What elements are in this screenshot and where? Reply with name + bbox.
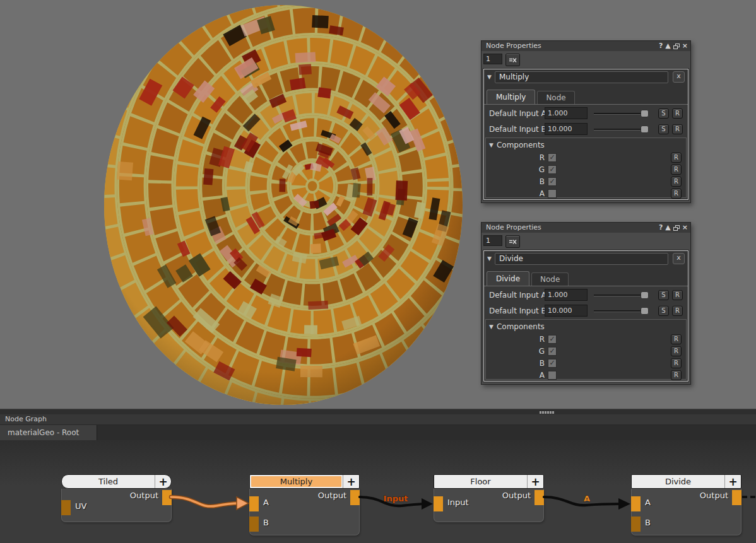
value-slider[interactable] — [594, 126, 649, 133]
slider-track[interactable] — [594, 129, 647, 131]
collapse-icon[interactable]: ▲ — [665, 224, 670, 231]
slider-scale-button[interactable]: S — [658, 290, 669, 300]
value-field[interactable]: 10.000 — [545, 305, 588, 317]
tab-node[interactable]: Node — [531, 272, 569, 286]
reset-button[interactable]: R — [672, 306, 683, 316]
help-icon[interactable]: ? — [659, 42, 663, 50]
checkbox-g[interactable]: ✓ — [548, 165, 557, 174]
section-header: ▼ Multiply x — [484, 69, 688, 85]
float-panel-icon[interactable] — [673, 44, 680, 49]
components-header[interactable]: ▼ Components — [486, 320, 686, 333]
add-port-button[interactable]: + — [527, 475, 543, 488]
node-multiply-header[interactable]: Multiply + — [249, 474, 360, 489]
pinned-count-field[interactable]: 1 — [483, 235, 502, 246]
pinned-count-field[interactable]: 1 — [483, 54, 502, 64]
input-port-b[interactable] — [249, 517, 259, 532]
output-port[interactable] — [732, 490, 741, 505]
reset-button[interactable]: R — [671, 189, 682, 199]
components-header[interactable]: ▼ Components — [486, 138, 686, 151]
slider-track[interactable] — [594, 310, 647, 312]
reset-button[interactable]: R — [671, 358, 682, 368]
tab-divide[interactable]: Divide — [487, 271, 529, 286]
node-tiled[interactable]: Tiled + Output UV — [61, 474, 172, 522]
checkbox-a[interactable] — [548, 189, 557, 198]
node-graph-canvas[interactable]: Tiled + Output UV Multiply + Output A B — [0, 440, 756, 543]
slider-handle[interactable] — [641, 110, 649, 117]
add-port-button[interactable]: + — [155, 475, 171, 488]
slider-track[interactable] — [594, 113, 647, 115]
value-field[interactable]: 1.000 — [545, 289, 588, 301]
node-body[interactable]: Output A B — [631, 489, 741, 535]
reset-button[interactable]: R — [672, 108, 683, 119]
checkbox-r[interactable]: ✓ — [548, 335, 557, 344]
reset-button[interactable]: R — [672, 290, 683, 300]
value-field[interactable]: 10.000 — [545, 123, 588, 135]
panel-titlebar[interactable]: Node Properties ? ▲ × — [481, 223, 690, 233]
arrowhead-icon — [618, 498, 630, 510]
add-port-button[interactable]: + — [343, 475, 359, 488]
tab-materialgeo-root[interactable]: materialGeo - Root — [0, 425, 97, 441]
slider-track[interactable] — [594, 295, 647, 296]
slider-scale-button[interactable]: S — [658, 124, 669, 134]
panel-splitter[interactable] — [0, 409, 756, 414]
slider-handle[interactable] — [641, 307, 649, 315]
output-port[interactable] — [350, 490, 360, 505]
reset-button[interactable]: R — [671, 153, 682, 163]
node-name-field[interactable]: Multiply — [495, 71, 668, 83]
checkbox-b[interactable]: ✓ — [548, 177, 557, 186]
slider-handle[interactable] — [641, 126, 649, 133]
collapse-icon[interactable]: ▲ — [665, 42, 670, 50]
close-panel-icon[interactable]: × — [682, 42, 688, 50]
expander-icon[interactable]: ▼ — [487, 74, 492, 80]
close-panel-icon[interactable]: × — [682, 224, 688, 231]
reset-button[interactable]: R — [671, 334, 682, 344]
panel-titlebar[interactable]: Node Properties ? ▲ × — [481, 41, 690, 51]
unpin-button[interactable] — [505, 235, 520, 248]
help-icon[interactable]: ? — [659, 224, 663, 231]
node-floor-header[interactable]: Floor + — [434, 474, 544, 489]
unpin-button[interactable] — [505, 54, 520, 66]
slider-scale-button[interactable]: S — [658, 306, 669, 316]
slider-handle[interactable] — [641, 291, 649, 299]
node-body[interactable]: Output A B — [249, 489, 360, 535]
tab-multiply[interactable]: Multiply — [487, 90, 535, 104]
reset-button[interactable]: R — [671, 165, 682, 175]
node-multiply[interactable]: Multiply + Output A B — [249, 474, 360, 535]
reset-button[interactable]: R — [672, 124, 683, 134]
slider-scale-button[interactable]: S — [658, 108, 669, 119]
reset-button[interactable]: R — [671, 346, 682, 356]
expander-icon[interactable]: ▼ — [489, 324, 493, 330]
checkbox-a[interactable] — [548, 371, 557, 380]
input-port-uv[interactable] — [61, 500, 71, 515]
reset-button[interactable]: R — [671, 370, 682, 380]
reset-button[interactable]: R — [671, 177, 682, 187]
input-port-b[interactable] — [631, 517, 641, 532]
add-port-button[interactable]: + — [724, 475, 741, 488]
node-tiled-header[interactable]: Tiled + — [61, 474, 172, 489]
section-close-button[interactable]: x — [673, 253, 685, 264]
input-port-input[interactable] — [434, 496, 443, 511]
node-body[interactable]: Output Input — [434, 489, 544, 522]
node-floor[interactable]: Floor + Output Input — [434, 474, 544, 522]
value-slider[interactable] — [594, 110, 649, 117]
node-divide-header[interactable]: Divide + — [631, 474, 741, 489]
expander-icon[interactable]: ▼ — [489, 142, 493, 148]
value-slider[interactable] — [594, 291, 649, 299]
float-panel-icon[interactable] — [673, 225, 680, 231]
value-field[interactable]: 1.000 — [545, 107, 588, 119]
node-name-field[interactable]: Divide — [495, 253, 668, 265]
output-port[interactable] — [535, 490, 544, 505]
input-port-a[interactable] — [249, 496, 259, 511]
checkbox-b[interactable]: ✓ — [548, 359, 557, 368]
node-body[interactable]: Output UV — [61, 489, 172, 522]
checkbox-r[interactable]: ✓ — [548, 153, 557, 162]
splitter-grip-icon[interactable] — [540, 411, 554, 414]
node-divide[interactable]: Divide + Output A B — [631, 474, 741, 535]
output-port[interactable] — [162, 490, 172, 505]
checkbox-g[interactable]: ✓ — [548, 347, 557, 356]
expander-icon[interactable]: ▼ — [487, 255, 492, 262]
value-slider[interactable] — [594, 307, 649, 315]
input-port-a[interactable] — [631, 496, 641, 511]
section-close-button[interactable]: x — [673, 71, 685, 83]
tab-node[interactable]: Node — [537, 91, 574, 104]
